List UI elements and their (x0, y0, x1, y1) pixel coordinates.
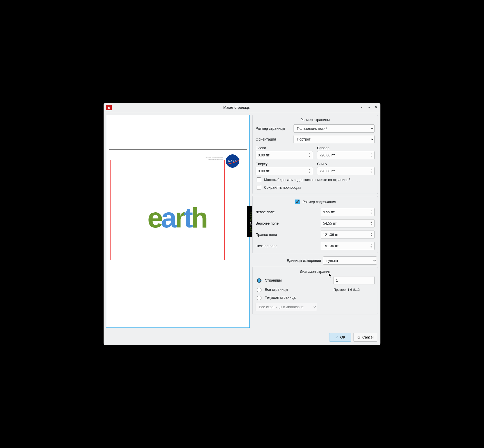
side-tab: EARTH AS ART (247, 206, 252, 237)
minimize-button[interactable] (360, 105, 364, 110)
top-margin-input[interactable] (321, 219, 375, 227)
all-pages-radio[interactable] (257, 288, 261, 292)
cancel-button-label: Cancel (362, 335, 374, 339)
ok-button[interactable]: OK (329, 333, 351, 342)
earth-logo: earth (147, 204, 206, 232)
nasa-caption: National Aeronautics and Space Administr… (206, 157, 223, 161)
left-margin-input[interactable] (321, 208, 375, 216)
spin-down-icon[interactable]: ▼ (369, 155, 374, 158)
right-label: Справа (317, 146, 375, 150)
nasa-divider (224, 155, 224, 169)
bottom-input[interactable] (317, 167, 375, 175)
right-input[interactable] (317, 151, 375, 159)
bottom-margin-input[interactable] (321, 242, 375, 250)
page-range-group: Диапазон страниц Страницы Все страницы П… (252, 267, 378, 314)
spin-down-icon[interactable]: ▼ (369, 212, 374, 215)
titlebar: Макет страницы (104, 103, 380, 112)
bottom-label: Снизу (317, 162, 375, 166)
spin-up-icon[interactable]: ▲ (369, 221, 374, 223)
dialog-window: Макет страницы National Aeronautics and … (104, 103, 380, 345)
page-size-group: Размер страницы Размер страницы Пользова… (252, 115, 378, 194)
units-row: Единицы измерения пункты (252, 255, 378, 265)
right-margin-input[interactable] (321, 231, 375, 239)
current-page-label: Текущая страница (265, 295, 375, 300)
ok-button-label: OK (340, 335, 345, 339)
cancel-icon (357, 335, 361, 339)
spin-up-icon[interactable]: ▲ (369, 232, 374, 235)
close-button[interactable] (374, 105, 378, 110)
spin-down-icon[interactable]: ▼ (307, 155, 312, 158)
maximize-button[interactable] (367, 105, 371, 110)
spin-up-icon[interactable]: ▲ (369, 168, 374, 171)
page-size-label: Размер страницы (256, 126, 291, 131)
orientation-label: Ориентация (256, 137, 291, 141)
spin-down-icon[interactable]: ▼ (369, 246, 374, 248)
content-size-label: Размер содержания (302, 200, 336, 204)
cancel-button[interactable]: Cancel (353, 333, 377, 342)
page-preview: National Aeronautics and Space Administr… (106, 115, 250, 328)
scale-content-checkbox[interactable] (257, 177, 261, 182)
keep-ratio-label: Сохранять пропорции (264, 185, 301, 190)
pages-radio-label: Страницы (265, 278, 332, 282)
range-example: Пример: 1,6-8,12 (334, 288, 375, 292)
spin-up-icon[interactable]: ▲ (307, 153, 312, 155)
app-icon (106, 105, 112, 110)
all-pages-label: Все страницы (265, 287, 332, 292)
page-range-title: Диапазон страниц (256, 270, 375, 274)
dialog-footer: OK Cancel (104, 330, 380, 345)
page-size-select[interactable]: Пользовательский (294, 124, 375, 133)
spin-down-icon[interactable]: ▼ (369, 235, 374, 237)
spin-down-icon[interactable]: ▼ (307, 171, 312, 174)
top-label: Сверху (256, 162, 313, 166)
orientation-select[interactable]: Портрет (294, 135, 375, 143)
pages-radio[interactable] (257, 278, 261, 283)
page-size-group-title: Размер страницы (256, 118, 375, 122)
right-margin-label: Правое поле (256, 233, 321, 237)
left-label: Слева (256, 146, 313, 150)
window-title: Макет страницы (114, 105, 360, 109)
spin-down-icon[interactable]: ▼ (369, 171, 374, 174)
spin-down-icon[interactable]: ▼ (369, 223, 374, 226)
bottom-margin-label: Нижнее поле (256, 244, 321, 248)
preview-page: National Aeronautics and Space Administr… (109, 150, 247, 293)
nasa-logo: NASA (226, 154, 241, 170)
pages-input[interactable] (334, 276, 375, 284)
left-input[interactable] (256, 151, 313, 159)
spin-up-icon[interactable]: ▲ (369, 153, 374, 155)
scale-content-label: Масштабировать содержимое вместе со стра… (264, 178, 350, 182)
keep-ratio-checkbox[interactable] (257, 185, 261, 190)
spin-up-icon[interactable]: ▲ (369, 210, 374, 212)
content-size-checkbox[interactable] (295, 200, 300, 204)
check-icon (335, 335, 339, 339)
spin-up-icon[interactable]: ▲ (307, 168, 312, 171)
content-size-group: Размер содержания Левое поле ▲▼ Верхнее … (252, 196, 378, 253)
units-select[interactable]: пункты (323, 256, 377, 265)
range-mode-select: Все страницы в диапазоне (256, 303, 317, 311)
units-label: Единицы измерения (287, 258, 321, 263)
current-page-radio[interactable] (257, 296, 261, 300)
top-margin-label: Верхнее поле (256, 221, 321, 225)
spin-up-icon[interactable]: ▲ (369, 243, 374, 246)
left-margin-label: Левое поле (256, 210, 321, 214)
top-input[interactable] (256, 167, 313, 175)
